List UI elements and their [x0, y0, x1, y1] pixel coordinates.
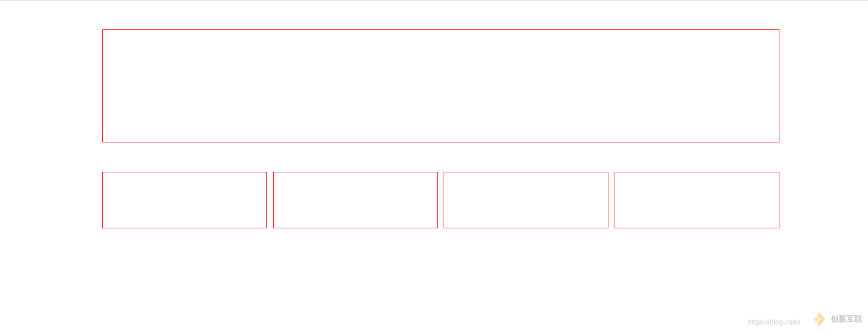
items-row — [102, 172, 779, 228]
item-box-2 — [273, 172, 438, 228]
watermark-url: https://blog.csdn — [748, 318, 801, 326]
item-box-4 — [615, 172, 779, 228]
watermark: 创新互联 — [812, 311, 862, 327]
item-box-1 — [102, 172, 267, 228]
item-box-3 — [444, 172, 608, 228]
watermark-logo-icon — [812, 311, 827, 327]
top-divider — [0, 0, 868, 1]
layout-container — [102, 29, 779, 228]
header-box — [102, 29, 779, 142]
watermark-brand-text: 创新互联 — [831, 314, 862, 324]
